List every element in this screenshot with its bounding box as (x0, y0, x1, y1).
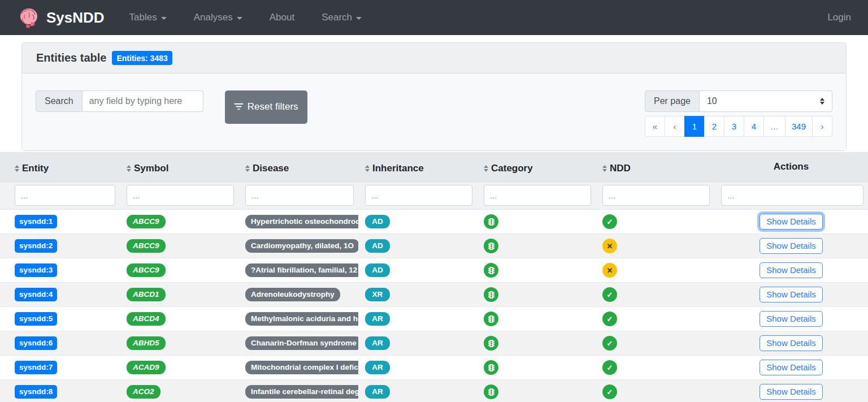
symbol-badge[interactable]: ABHD5 (127, 336, 166, 350)
reset-filters-label: Reset filters (248, 101, 298, 112)
entity-badge[interactable]: sysndd:6 (15, 336, 57, 350)
brand[interactable]: SysNDD (17, 6, 105, 29)
per-page-group: Per page 10 (645, 90, 832, 112)
show-details-button[interactable]: Show Details (760, 262, 823, 278)
nav-item-analyses[interactable]: Analyses (194, 12, 242, 23)
pagination-ellipsis: … (763, 116, 785, 137)
category-traffic-light-icon (484, 239, 498, 253)
symbol-badge[interactable]: ABCD4 (127, 312, 166, 326)
column-label: Inheritance (372, 163, 424, 174)
symbol-badge[interactable]: ABCC9 (127, 263, 166, 277)
nav-item-label: About (270, 12, 294, 23)
pagination-page-4[interactable]: 4 (744, 116, 764, 137)
entity-badge[interactable]: sysndd:2 (15, 239, 57, 253)
pagination-prev-button[interactable]: ‹ (665, 116, 685, 137)
column-header-symbol[interactable]: Symbol (120, 152, 238, 182)
show-details-button[interactable]: Show Details (760, 360, 823, 375)
entities-table: Entity Symbol Disease Inheritance Catego… (0, 152, 868, 402)
filter-input-entity[interactable] (15, 185, 115, 206)
pagination-next-button[interactable]: › (812, 116, 832, 137)
column-label: Symbol (134, 163, 168, 174)
ndd-check-icon (602, 360, 617, 375)
column-header-category[interactable]: Category (477, 152, 596, 182)
inheritance-badge: AR (365, 312, 390, 326)
show-details-button[interactable]: Show Details (760, 287, 823, 302)
pagination-page-1[interactable]: 1 (684, 116, 705, 137)
ndd-check-icon (602, 287, 617, 302)
entity-badge[interactable]: sysndd:4 (15, 288, 57, 301)
inheritance-badge: AD (365, 239, 390, 253)
column-header-entity[interactable]: Entity (0, 152, 120, 182)
category-traffic-light-icon (484, 263, 498, 278)
disease-badge[interactable]: Cardiomyopathy, dilated, 1O (245, 239, 358, 253)
show-details-button[interactable]: Show Details (760, 335, 823, 351)
page-title: Entities table (36, 51, 106, 64)
pagination-page-349[interactable]: 349 (785, 116, 813, 137)
column-header-disease[interactable]: Disease (238, 152, 358, 182)
disease-badge[interactable]: Methylmalonic aciduria and homocystinuri… (245, 312, 358, 326)
disease-badge[interactable]: Chanarin-Dorfman syndrome (245, 336, 358, 350)
disease-badge[interactable]: ?Atrial fibrillation, familial, 12 (245, 263, 358, 277)
caret-down-icon (356, 17, 362, 20)
filter-input-inheritance[interactable] (365, 185, 472, 206)
search-label: Search (36, 90, 83, 112)
pagination-page-2[interactable]: 2 (704, 116, 724, 137)
entity-badge[interactable]: sysndd:5 (15, 312, 57, 326)
nav-item-search[interactable]: Search (322, 12, 362, 23)
entity-badge[interactable]: sysndd:8 (15, 385, 57, 399)
inheritance-badge: AD (365, 263, 390, 277)
per-page-value: 10 (707, 96, 717, 106)
entities-count-badge: Entities: 3483 (112, 51, 172, 65)
entity-badge[interactable]: sysndd:1 (15, 215, 57, 228)
reset-filters-button[interactable]: Reset filters (225, 90, 307, 124)
per-page-select[interactable]: 10 (700, 90, 832, 112)
pagination-page-3[interactable]: 3 (724, 116, 744, 137)
inheritance-badge: AR (365, 336, 390, 350)
filter-icon (234, 103, 244, 110)
symbol-badge[interactable]: ABCC9 (127, 215, 166, 228)
table-row: sysndd:7 ACAD9 Mitochondrial complex I d… (0, 356, 868, 380)
symbol-badge[interactable]: ABCC9 (127, 239, 166, 253)
filter-input-actions[interactable] (721, 185, 863, 206)
show-details-button[interactable]: Show Details (760, 384, 823, 400)
table-row: sysndd:1 ABCC9 Hypertrichotic osteochond… (0, 210, 868, 234)
symbol-badge[interactable]: ABCD1 (127, 288, 166, 301)
show-details-button[interactable]: Show Details (760, 214, 823, 230)
pagination-first-button[interactable]: « (645, 116, 665, 137)
nav-item-about[interactable]: About (270, 12, 294, 23)
filter-input-disease[interactable] (245, 185, 354, 206)
sort-arrows-icon (365, 165, 370, 172)
show-details-button[interactable]: Show Details (760, 238, 823, 254)
inheritance-badge: AD (365, 215, 390, 228)
column-header-actions: Actions (714, 152, 868, 182)
column-header-ndd[interactable]: NDD (596, 152, 714, 182)
inheritance-badge: AR (365, 385, 390, 399)
show-details-button[interactable]: Show Details (760, 311, 823, 327)
disease-badge[interactable]: Mitochondrial complex I deficiency, nucl… (245, 361, 358, 374)
nav-item-tables[interactable]: Tables (129, 12, 167, 23)
column-label: Actions (774, 161, 809, 172)
disease-badge[interactable]: Infantile cerebellar-retinal degeneratio… (245, 385, 358, 399)
table-row: sysndd:3 ABCC9 ?Atrial fibrillation, fam… (0, 258, 868, 283)
login-link[interactable]: Login (827, 12, 851, 23)
entity-badge[interactable]: sysndd:3 (15, 263, 57, 277)
symbol-badge[interactable]: ACAD9 (127, 361, 166, 374)
category-traffic-light-icon (484, 214, 498, 229)
filter-input-ndd[interactable] (602, 185, 710, 206)
symbol-badge[interactable]: ACO2 (127, 385, 160, 399)
caret-down-icon (161, 17, 167, 20)
search-input[interactable] (83, 90, 203, 112)
column-header-inheritance[interactable]: Inheritance (358, 152, 477, 182)
sort-arrows-icon (127, 165, 131, 172)
filter-input-category[interactable] (484, 185, 591, 206)
per-page-label: Per page (645, 90, 700, 112)
filter-input-symbol[interactable] (127, 185, 234, 206)
navbar: SysNDD Tables Analyses About Search Logi… (0, 0, 868, 35)
disease-badge[interactable]: Adrenoleukodystrophy (245, 288, 340, 301)
disease-badge[interactable]: Hypertrichotic osteochondrodysplasia (245, 215, 358, 228)
ndd-check-icon (602, 214, 617, 229)
category-traffic-light-icon (484, 336, 498, 351)
sort-arrows-icon (245, 165, 250, 172)
entity-badge[interactable]: sysndd:7 (15, 361, 57, 374)
card-header: Entities table Entities: 3483 (22, 43, 846, 74)
